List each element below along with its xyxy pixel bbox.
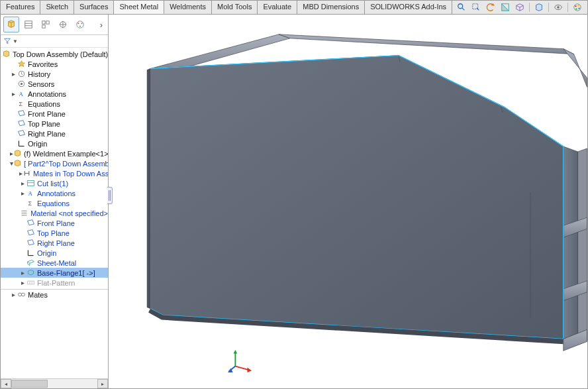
svg-point-51 [18,293,21,296]
svg-marker-61 [147,69,150,309]
plane-icon [26,229,35,238]
star-icon [17,60,26,69]
flat-pattern-icon [26,278,35,288]
base-flange-icon [26,268,35,278]
graphics-viewport[interactable] [109,15,587,388]
app-window: Features Sketch Surfaces Sheet Metal Wel… [0,0,588,389]
chevron-right-icon: › [100,20,103,30]
mates-in-node[interactable]: ▸Mates in Top Down Assembly [1,168,108,178]
main-body: › ▼ Top Down Assembly (Default) <Display… [1,15,587,388]
tree-label: Sheet-Metal [37,259,76,267]
scroll-left-button[interactable]: ◂ [1,379,11,388]
sensors-node[interactable]: Sensors [1,79,108,89]
cut-list-node[interactable]: ▸Cut list(1) [1,178,108,188]
reference-triad[interactable] [228,349,253,375]
expander-icon[interactable]: ▸ [10,91,17,97]
tab-features[interactable]: Features [1,1,40,14]
annotations2-node[interactable]: ▸AAnnotations [1,188,108,198]
material-icon [20,209,28,218]
material-node[interactable]: Material <not specified> [1,208,108,218]
front-plane2-node[interactable]: Front Plane [1,218,108,228]
top-plane2-node[interactable]: Top Plane [1,228,108,238]
tab-addins[interactable]: SOLIDWORKS Add-Ins [365,1,452,14]
annotations-node[interactable]: ▸AAnnotations [1,89,108,99]
tree-label: Favorites [28,60,58,68]
origin2-node[interactable]: Origin [1,248,108,258]
tab-label: Weldments [170,3,206,11]
tab-evaluate[interactable]: Evaluate [258,1,297,14]
tab-mold-tools[interactable]: Mold Tools [212,1,258,14]
origin-node[interactable]: Origin [1,139,108,148]
mates-node[interactable]: ▸Mates [1,290,108,300]
expander-icon[interactable]: ▸ [10,292,17,298]
feature-tree[interactable]: Top Down Assembly (Default) <Display S F… [1,48,108,378]
expander-icon[interactable]: ▸ [19,190,26,197]
tree-root[interactable]: Top Down Assembly (Default) <Display S [1,49,108,59]
svg-marker-55 [564,49,587,87]
display-manager-tab[interactable] [72,17,88,32]
tree-label: Origin [37,249,56,257]
equations-node[interactable]: ΣEquations [1,99,108,109]
dimxpert-manager-tab[interactable] [55,17,71,32]
svg-point-30 [79,26,81,27]
tab-mbd[interactable]: MBD Dimensions [297,1,365,14]
tab-label: Mold Tools [217,3,252,11]
history-node[interactable]: ▸History [1,69,108,79]
tab-sketch[interactable]: Sketch [40,1,74,14]
section-view-icon[interactable] [500,2,511,13]
funnel-icon [3,37,11,45]
expand-manager-pane[interactable]: › [97,20,105,30]
hide-show-icon[interactable] [553,2,564,13]
scroll-track[interactable] [11,380,97,388]
zoom-to-fit-icon[interactable] [456,2,467,13]
svg-marker-31 [18,61,24,67]
favorites-node[interactable]: Favorites [1,59,108,69]
expander-icon[interactable]: ▸ [10,71,17,78]
display-style-icon[interactable] [534,2,544,13]
zoom-to-area-icon[interactable] [471,2,481,13]
expander-icon[interactable]: ▸ [19,270,26,276]
base-flange-node[interactable]: ▸Base-Flange1[ ->] [1,268,108,278]
sensors-icon [17,80,26,89]
tab-label: Evaluate [263,3,291,11]
configuration-manager-tab[interactable] [38,17,54,32]
part2-node[interactable]: ▾[ Part2^Top Down Assembly ]<1> -: [1,158,108,168]
tree-label: Mates in Top Down Assembly [33,170,108,178]
feature-manager-tab[interactable] [3,17,19,32]
tree-label: Top Down Assembly (Default) <Display S [13,50,108,58]
tab-label: Surfaces [79,3,108,11]
sheet-metal-feature-node[interactable]: Sheet-Metal [1,258,108,268]
svg-rect-22 [46,21,49,24]
tab-weldments[interactable]: Weldments [164,1,212,14]
tree-label: Front Plane [28,110,66,118]
view-orientation-icon[interactable] [514,2,525,13]
previous-view-icon[interactable] [485,2,496,13]
scroll-thumb[interactable] [11,380,48,388]
origin-icon [26,249,35,258]
flat-pattern-node[interactable]: ▸Flat-Pattern [1,278,108,288]
mates-folder-icon [23,169,31,178]
annotations-icon: A [17,89,26,99]
tree-label: Annotations [37,190,75,197]
tab-sheet-metal[interactable]: Sheet Metal [114,1,164,14]
equations2-node[interactable]: ΣEquations [1,198,108,208]
right-plane-node[interactable]: Right Plane [1,129,108,139]
scroll-right-button[interactable]: ▸ [97,379,108,388]
manager-pane-tabs: › [1,15,108,35]
expander-icon[interactable]: ▸ [19,180,26,187]
tree-label: Top Plane [37,229,70,237]
front-plane-node[interactable]: Front Plane [1,109,108,119]
top-plane-node[interactable]: Top Plane [1,119,108,129]
right-plane2-node[interactable]: Right Plane [1,238,108,248]
svg-marker-54 [279,34,574,54]
horizontal-scrollbar[interactable]: ◂ ▸ [1,378,108,388]
property-manager-tab[interactable] [21,17,36,32]
tab-surfaces[interactable]: Surfaces [74,1,114,14]
edit-appearance-icon[interactable] [572,2,583,13]
svg-point-12 [575,8,577,10]
expander-icon[interactable]: ▸ [19,280,26,286]
filter-row[interactable]: ▼ [1,35,108,48]
flyout-tree-handle[interactable] [107,187,113,204]
plane-icon [26,239,35,248]
weldment-example-node[interactable]: ▸(f) Weldment Example<1> (Default< [1,148,108,158]
